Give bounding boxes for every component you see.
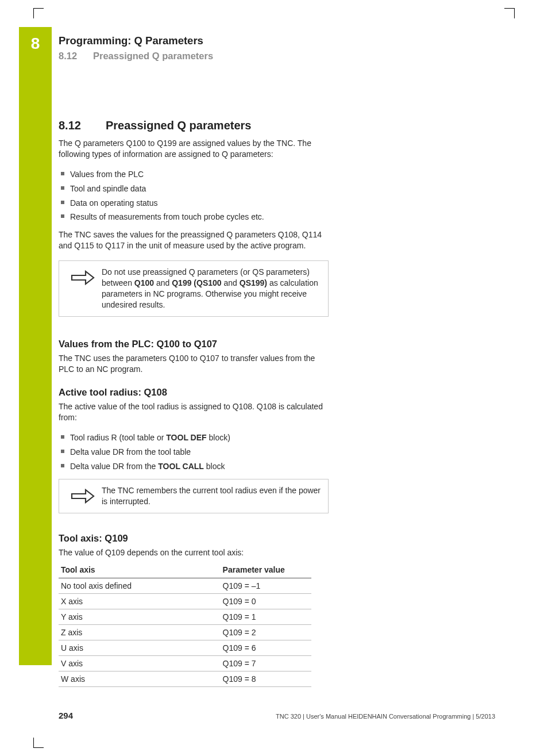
subsection-heading: Active tool radius: Q108 [59, 387, 380, 398]
subsection-plc: Values from the PLC: Q100 to Q107 The TN… [59, 339, 380, 375]
table-row: W axisQ109 = 8 [59, 671, 311, 686]
table-row: U axisQ109 = 6 [59, 640, 311, 655]
breadcrumb-title: Preassigned Q parameters [93, 51, 213, 62]
chapter-number-badge: 8 [19, 27, 52, 60]
section-heading: 8.12 Preassigned Q parameters [59, 119, 380, 132]
footer-text: TNC 320 | User's Manual HEIDENHAIN Conve… [276, 713, 495, 720]
table-row: No tool axis definedQ109 = –1 [59, 578, 311, 593]
subsection-heading: Tool axis: Q109 [59, 533, 380, 544]
tool-axis-table: Tool axis Parameter value No tool axis d… [59, 562, 311, 687]
note-text: Do not use preassigned Q parameters (or … [102, 267, 321, 310]
list-item: Delta value DR from the tool table [59, 447, 380, 458]
page-number: 294 [59, 711, 73, 720]
list-item: Values from the PLC [59, 169, 380, 180]
list-item: Results of measurements from touch probe… [59, 212, 380, 222]
table-body: No tool axis definedQ109 = –1 X axisQ109… [59, 578, 311, 686]
table-header: Parameter value [221, 562, 311, 578]
crop-mark [504, 8, 515, 18]
intro-paragraph: The Q parameters Q100 to Q199 are assign… [59, 138, 323, 160]
subsection-tool-axis: Tool axis: Q109 The value of Q109 depend… [59, 533, 380, 687]
subsection-text: The value of Q109 depends on the current… [59, 547, 380, 558]
table-row: V axisQ109 = 7 [59, 655, 311, 671]
list-item: Tool radius R (tool table or TOOL DEF bl… [59, 432, 380, 443]
subsection-text: The TNC uses the parameters Q100 to Q107… [59, 353, 329, 375]
list-item: Tool and spindle data [59, 183, 380, 194]
side-strip [19, 27, 52, 665]
page-footer: 294 TNC 320 | User's Manual HEIDENHAIN C… [59, 711, 495, 720]
intro-bullet-list: Values from the PLC Tool and spindle dat… [59, 169, 380, 223]
crop-mark [33, 8, 44, 18]
table-row: X axisQ109 = 0 [59, 593, 311, 609]
list-item: Delta value DR from the TOOL CALL block [59, 461, 380, 472]
arrow-right-icon [64, 485, 102, 505]
subsection-tool-radius: Active tool radius: Q108 The active valu… [59, 387, 380, 471]
subsection-text: The active value of the tool radius is a… [59, 401, 329, 423]
section-breadcrumb: 8.12 Preassigned Q parameters [59, 51, 380, 62]
note-box: The TNC remembers the current tool radiu… [59, 479, 329, 513]
list-item: Data on operating status [59, 198, 380, 209]
note-text: The TNC remembers the current tool radiu… [102, 485, 321, 507]
section-number: 8.12 [59, 119, 106, 132]
table-row: Z axisQ109 = 2 [59, 624, 311, 640]
chapter-title: Programming: Q Parameters [59, 34, 380, 47]
breadcrumb-number: 8.12 [59, 51, 93, 62]
table-header: Tool axis [59, 562, 221, 578]
crop-mark [33, 738, 44, 748]
section-title: Preassigned Q parameters [106, 119, 251, 132]
table-row: Y axisQ109 = 1 [59, 609, 311, 624]
note-box: Do not use preassigned Q parameters (or … [59, 260, 329, 317]
tool-radius-list: Tool radius R (tool table or TOOL DEF bl… [59, 432, 380, 472]
intro-paragraph-2: The TNC saves the values for the preassi… [59, 229, 329, 251]
page-content: Programming: Q Parameters 8.12 Preassign… [59, 34, 380, 700]
arrow-right-icon [64, 267, 102, 286]
subsection-heading: Values from the PLC: Q100 to Q107 [59, 339, 380, 350]
